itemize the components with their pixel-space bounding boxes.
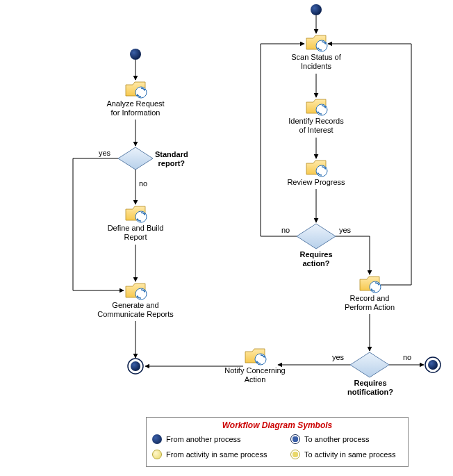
- flow-arrow: [261, 44, 304, 236]
- activity-label: Scan Status ofIncidents: [281, 53, 351, 71]
- activity-icon: [306, 161, 327, 177]
- start-symbol-icon: [152, 434, 162, 444]
- activity-icon: [126, 284, 147, 299]
- edge-label-yes: yes: [99, 149, 110, 157]
- edge-label-no: no: [139, 179, 147, 188]
- activity-icon: [306, 99, 327, 115]
- legend-box: Workflow Diagram Symbols From another pr…: [146, 417, 409, 467]
- decision-node: [297, 224, 336, 249]
- legend-title: Workflow Diagram Symbols: [152, 420, 402, 430]
- legend-item-to-another: To another process: [290, 434, 402, 444]
- decision-label: Requiresaction?: [299, 250, 333, 268]
- activity-icon: [245, 349, 266, 365]
- activity-icon: [306, 35, 327, 51]
- legend-label: From another process: [166, 435, 241, 443]
- flow-arrow: [336, 236, 370, 274]
- activity-icon: [360, 277, 381, 293]
- activity-label: Generate andCommunicate Reports: [94, 301, 177, 319]
- from-same-symbol-icon: [152, 450, 162, 459]
- end-node: [428, 360, 438, 370]
- legend-label: From activity in same process: [166, 450, 267, 459]
- edge-label-no: no: [281, 226, 290, 234]
- activity-label: Notify ConcerningAction: [220, 366, 290, 384]
- start-node: [130, 49, 141, 60]
- legend-item-to-same: To activity in same process: [290, 450, 402, 459]
- end-node: [131, 361, 140, 371]
- decision-label: Standardreport?: [155, 150, 188, 168]
- decision-label: Requiresnotification?: [346, 379, 395, 397]
- decision-node: [350, 352, 389, 377]
- start-node: [311, 4, 322, 15]
- activity-icon: [126, 82, 147, 98]
- activity-label: Review Progress: [281, 178, 351, 187]
- edge-label-yes: yes: [339, 226, 351, 234]
- legend-label: To another process: [304, 435, 370, 443]
- edge-label-yes: yes: [332, 353, 344, 361]
- legend-item-from-another: From another process: [152, 434, 274, 444]
- legend-label: To activity in same process: [304, 450, 395, 459]
- activity-label: Identify Recordsof Interest: [281, 117, 351, 135]
- activity-label: Record andPerform Action: [335, 294, 404, 312]
- end-symbol-icon: [290, 434, 300, 444]
- decision-node: [118, 147, 153, 170]
- activity-label: Analyze Requestfor Information: [101, 99, 170, 117]
- to-same-symbol-icon: [290, 450, 300, 459]
- legend-item-from-same: From activity in same process: [152, 450, 274, 459]
- activity-label: Define and BuildReport: [101, 224, 170, 242]
- edge-label-no: no: [403, 353, 411, 361]
- activity-icon: [126, 206, 147, 222]
- diagram-canvas: [0, 0, 453, 476]
